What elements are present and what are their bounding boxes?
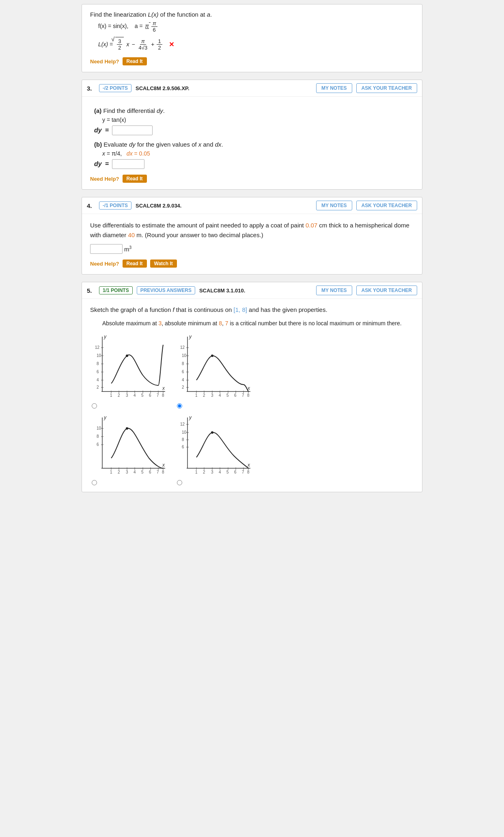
svg-text:12: 12	[180, 422, 185, 426]
problem-5-code: SCALC8M 3.1.010.	[199, 288, 245, 294]
problem-3-need-help: Need Help? Read It	[90, 175, 414, 183]
problem-4-statement: Use differentials to estimate the amount…	[90, 221, 414, 240]
dy-label-b: dy	[94, 160, 102, 168]
dx-val: dx	[127, 150, 133, 157]
part-a-label: (a) Find the differential dy.	[94, 107, 414, 114]
svg-text:8: 8	[247, 470, 250, 474]
problem-3-code: SCALC8M 2.9.506.XP.	[136, 85, 190, 91]
svg-text:6: 6	[182, 370, 184, 374]
y-eq-block: y = tan(x)	[102, 117, 414, 123]
svg-text:8: 8	[182, 437, 184, 442]
equals-b: =	[105, 160, 109, 168]
abs-max-val: 3	[159, 320, 162, 327]
problem-4-points[interactable]: -/1 POINTS	[99, 201, 131, 210]
svg-text:10: 10	[182, 430, 187, 435]
problem-5-conditions: Absolute maximum at 3, absolute minimum …	[102, 319, 414, 328]
dx-val-text: = 0.05	[133, 150, 150, 157]
svg-text:8: 8	[97, 434, 99, 439]
svg-text:6: 6	[97, 370, 99, 374]
dy-input-line-b: dy =	[94, 159, 414, 169]
svg-text:10: 10	[97, 353, 101, 358]
svg-text:x: x	[162, 462, 165, 468]
delete-icon[interactable]: ✕	[169, 41, 174, 48]
x-var: x	[126, 41, 129, 48]
problem-4-watch-it-button[interactable]: Watch It	[150, 260, 177, 268]
svg-point-65	[211, 355, 213, 357]
graph-3-container: y x 10 8 6 1 2 3 4	[90, 413, 167, 485]
problem-5-points[interactable]: 1/1 POINTS	[99, 286, 133, 294]
read-it-button[interactable]: Read It	[123, 57, 147, 65]
svg-text:1: 1	[110, 470, 112, 474]
problem-3-part-a: (a) Find the differential dy. y = tan(x)…	[94, 107, 414, 135]
problem-4-card: 4. -/1 POINTS SCALC8M 2.9.034. MY NOTES …	[82, 197, 422, 275]
problem-4-header: 4. -/1 POINTS SCALC8M 2.9.034. MY NOTES …	[82, 197, 422, 214]
svg-text:x: x	[247, 462, 250, 468]
problem-3-header: 3. -/2 POINTS SCALC8M 2.9.506.XP. MY NOT…	[82, 80, 422, 97]
graph-row-1: y x 12 10 8 6 4 2	[90, 333, 414, 409]
graph-2-radio[interactable]	[177, 403, 182, 409]
need-help-section: Need Help? Read It	[90, 57, 414, 65]
problem-4-body: Use differentials to estimate the amount…	[82, 214, 422, 274]
a-eq: a = π π 6	[135, 23, 157, 29]
svg-text:2: 2	[182, 385, 184, 389]
problem-4-my-notes-button[interactable]: MY NOTES	[316, 201, 352, 210]
problem-4-code: SCALC8M 2.9.034.	[136, 203, 181, 209]
orange-007: 0.07	[306, 222, 317, 229]
svg-text:3: 3	[211, 470, 213, 474]
svg-text:y: y	[189, 334, 192, 340]
minus-sign: −	[131, 41, 135, 48]
dx-var-b: dx	[215, 141, 222, 148]
svg-text:4: 4	[97, 378, 99, 382]
part-a-strong: (a)	[94, 107, 101, 114]
dy-italic-a: dy	[157, 107, 163, 114]
problem-3-read-it-button[interactable]: Read It	[123, 175, 147, 183]
problem-5-my-notes-button[interactable]: MY NOTES	[316, 285, 352, 295]
svg-text:2: 2	[203, 470, 205, 474]
svg-text:2: 2	[203, 393, 205, 398]
svg-text:8: 8	[162, 470, 164, 474]
svg-text:8: 8	[97, 361, 99, 366]
problem-4-ask-teacher-button[interactable]: ASK YOUR TEACHER	[356, 201, 417, 210]
dy-input-line-a: dy =	[94, 125, 414, 135]
need-help-label: Need Help?	[90, 58, 119, 65]
svg-text:2: 2	[97, 385, 99, 389]
problem-3-part-b: (b) Evaluate dy for the given values of …	[94, 141, 414, 169]
equals-a: =	[105, 127, 109, 134]
fx-block: f(x) = sin(x), a = π π 6	[98, 20, 414, 33]
dy-answer-input-a[interactable]	[112, 125, 153, 135]
fx-eq: f(x) = sin(x),	[98, 23, 128, 29]
dy-label-a: dy	[94, 127, 102, 134]
answer-unit-row: m3	[90, 244, 414, 254]
graph-1-radio[interactable]	[92, 403, 97, 409]
problem-5-card: 5. 1/1 POINTS PREVIOUS ANSWERS SCALC8M 3…	[82, 282, 422, 492]
problem-5-prev-answers[interactable]: PREVIOUS ANSWERS	[137, 286, 195, 294]
svg-text:y: y	[189, 415, 192, 420]
svg-text:10: 10	[182, 353, 187, 358]
abs-min-val: 8	[219, 320, 222, 327]
m3-unit: m3	[124, 245, 131, 253]
a-var: a	[207, 11, 210, 18]
problem-3-body: (a) Find the differential dy. y = tan(x)…	[82, 97, 422, 189]
problem-3-my-notes-button[interactable]: MY NOTES	[316, 83, 352, 93]
graph-4-radio[interactable]	[177, 480, 182, 485]
graph-1-container: y x 12 10 8 6 4 2	[90, 333, 167, 409]
dy-answer-input-b[interactable]	[112, 159, 144, 169]
svg-text:8: 8	[247, 393, 250, 398]
part-b-strong: (b)	[94, 141, 102, 148]
svg-text:6: 6	[149, 470, 151, 474]
top-statement: Find the linearization L(x) of the funct…	[90, 11, 414, 18]
svg-text:4: 4	[134, 470, 136, 474]
xdx-vals: x = π/4, dx = 0.05	[102, 150, 414, 157]
graph-3-radio[interactable]	[92, 480, 97, 485]
page-wrapper: Find the linearization L(x) of the funct…	[82, 4, 422, 492]
problem-5-number: 5.	[87, 287, 95, 294]
paint-answer-input[interactable]	[90, 244, 123, 254]
interval-bracket: [1, 8]	[234, 306, 247, 313]
problem-5-ask-teacher-button[interactable]: ASK YOUR TEACHER	[356, 285, 417, 295]
problem-3-ask-teacher-button[interactable]: ASK YOUR TEACHER	[356, 83, 417, 93]
svg-text:4: 4	[219, 470, 221, 474]
dy-italic-b: dy	[129, 141, 136, 148]
problem-3-points[interactable]: -/2 POINTS	[99, 84, 131, 92]
svg-text:6: 6	[234, 470, 237, 474]
problem-4-read-it-button[interactable]: Read It	[123, 260, 147, 268]
